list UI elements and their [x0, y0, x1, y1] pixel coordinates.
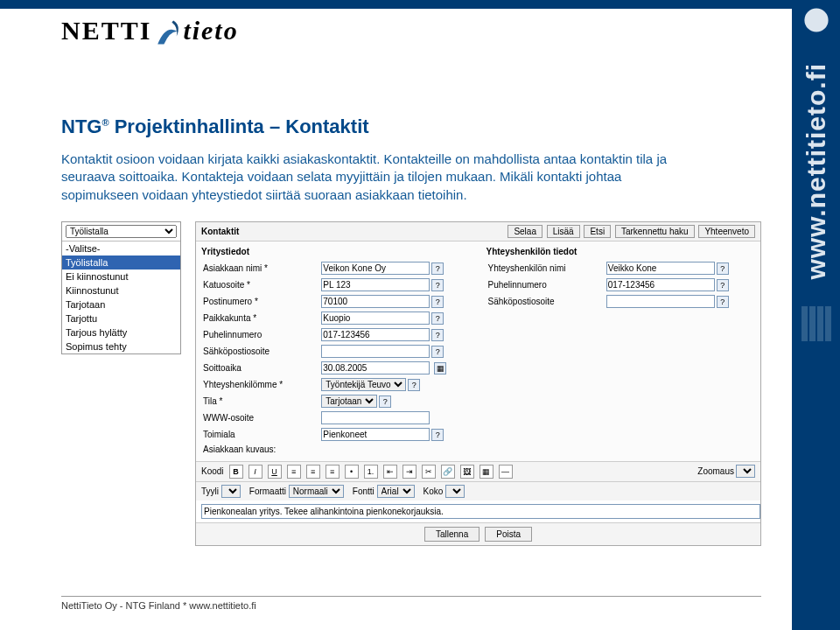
search-button[interactable]: Etsi — [584, 225, 611, 238]
label-soittoaika: Soittoaika — [201, 360, 319, 376]
tyyli-select[interactable] — [221, 485, 241, 498]
label-www: WWW-osoite — [201, 410, 319, 426]
editor-toolbar-1: Koodi B I U ≡ ≡ ≡ • 1. ⇤ ⇥ ✂ 🔗 🖼 ▦ — Z — [196, 461, 760, 481]
status-option[interactable]: Tarjous hylätty — [62, 326, 180, 340]
asiakas-input[interactable] — [321, 262, 430, 275]
help-icon[interactable]: ? — [717, 262, 729, 275]
www-input[interactable] — [321, 411, 430, 424]
status-option[interactable]: Tarjotaan — [62, 298, 180, 312]
image-icon[interactable]: 🖼 — [460, 465, 474, 479]
yh-puhelin-input[interactable] — [606, 278, 715, 291]
help-icon[interactable]: ? — [717, 279, 729, 291]
editor-toolbar-2: Tyyli Formaatti Normaali Fontti Arial Ko… — [196, 481, 760, 500]
bold-icon[interactable]: B — [229, 465, 243, 479]
kuvaus-editor[interactable] — [201, 504, 760, 519]
status-select[interactable]: Työlistalla — [66, 225, 177, 238]
save-button[interactable]: Tallenna — [424, 527, 480, 542]
help-icon[interactable]: ? — [431, 262, 444, 275]
browse-button[interactable]: Selaa — [508, 225, 542, 238]
add-button[interactable]: Lisää — [547, 225, 580, 238]
fontti-select[interactable]: Arial — [377, 485, 415, 498]
status-option[interactable]: Sopimus tehty — [62, 340, 180, 354]
paikkakunta-input[interactable] — [321, 312, 430, 325]
label-katuosoite: Katuosoite * — [201, 276, 319, 293]
label-sahkoposti: Sähköpostiosoite — [201, 343, 319, 360]
help-icon[interactable]: ? — [431, 312, 444, 325]
tyyli-label: Tyyli — [201, 486, 219, 496]
status-option[interactable]: Tarjottu — [62, 312, 180, 326]
help-icon[interactable]: ? — [408, 379, 420, 391]
tila-select[interactable]: Tarjotaan — [321, 395, 377, 408]
datepicker-icon[interactable]: ▦ — [434, 362, 446, 374]
yh-nimi-input[interactable] — [606, 262, 715, 275]
yhteyshenk-omme-select[interactable]: Työntekijä Teuvo — [321, 378, 406, 391]
align-left-icon[interactable]: ≡ — [287, 465, 301, 479]
svg-point-0 — [804, 8, 828, 32]
koodi-label: Koodi — [201, 466, 224, 476]
formaatti-select[interactable]: Normaali — [289, 485, 344, 498]
puhelin-input[interactable] — [321, 328, 430, 341]
koko-select[interactable] — [445, 485, 465, 498]
postinro-input[interactable] — [321, 295, 430, 308]
ul-icon[interactable]: • — [345, 465, 359, 479]
status-listbox[interactable]: Työlistalla -Valitse- Työlistalla Ei kii… — [61, 221, 181, 354]
help-icon[interactable]: ? — [431, 346, 444, 358]
cut-icon[interactable]: ✂ — [422, 465, 436, 479]
sahkoposti-input[interactable] — [321, 345, 430, 358]
label-yh-nimi: Yhteyshenkilön nimi — [486, 260, 605, 276]
logo-swoosh-icon — [151, 18, 183, 49]
align-right-icon[interactable]: ≡ — [326, 465, 340, 479]
contact-section-title: Yhteyshenkilön tiedot — [486, 247, 756, 256]
status-option[interactable]: Työlistalla — [62, 256, 180, 270]
toimiala-input[interactable] — [321, 428, 430, 441]
advanced-search-button[interactable]: Tarkennettu haku — [615, 225, 695, 238]
label-yhteyshenk-omme: Yhteyshenkilömme * — [201, 376, 319, 393]
outdent-icon[interactable]: ⇤ — [383, 465, 397, 479]
fontti-label: Fontti — [353, 486, 374, 496]
label-yh-sahkoposti: Sähköpostiosoite — [486, 293, 605, 310]
delete-button[interactable]: Poista — [485, 527, 532, 542]
top-accent-bar — [0, 0, 792, 9]
logo-text-1: NETTI — [61, 16, 151, 45]
kontaktit-panel: Kontaktit Selaa Lisää Etsi Tarkennettu h… — [195, 221, 761, 546]
brand-url-vertical: www.nettitieto.fi — [802, 63, 831, 280]
intro-paragraph: Kontaktit osioon voidaan kirjata kaikki … — [61, 150, 691, 204]
summary-button[interactable]: Yhteenveto — [698, 225, 755, 238]
right-brand-bar: www.nettitieto.fi — [792, 0, 840, 630]
zoom-label: Zoomaus — [697, 466, 734, 476]
help-icon[interactable]: ? — [717, 296, 729, 308]
hr-icon[interactable]: — — [499, 465, 513, 479]
help-icon[interactable]: ? — [431, 429, 444, 441]
label-asiakas: Asiakkaan nimi * — [201, 260, 319, 276]
brand-stripes-icon — [802, 306, 831, 341]
katuosoite-input[interactable] — [321, 278, 430, 291]
soittoaika-input[interactable] — [321, 361, 430, 374]
status-option[interactable]: Kiinnostunut — [62, 284, 180, 298]
underline-icon[interactable]: U — [268, 465, 282, 479]
title-prefix: NTG — [61, 116, 102, 137]
title-suffix: Projektinhallinta – Kontaktit — [109, 116, 369, 137]
align-center-icon[interactable]: ≡ — [306, 465, 320, 479]
help-icon[interactable]: ? — [431, 296, 444, 308]
table-icon[interactable]: ▦ — [480, 465, 494, 479]
logo-text-2: tieto — [183, 16, 238, 45]
status-option[interactable]: -Valitse- — [62, 242, 180, 256]
label-paikkakunta: Paikkakunta * — [201, 310, 319, 326]
label-postinro: Postinumero * — [201, 293, 319, 310]
help-icon[interactable]: ? — [431, 329, 444, 341]
brand-dot-icon — [802, 5, 831, 35]
italic-icon[interactable]: I — [248, 465, 262, 479]
help-icon[interactable]: ? — [379, 396, 391, 408]
yh-sahkoposti-input[interactable] — [606, 295, 715, 308]
formaatti-label: Formaatti — [249, 486, 286, 496]
link-icon[interactable]: 🔗 — [441, 465, 455, 479]
page-footer: NettiTieto Oy - NTG Finland * www.nettit… — [61, 596, 761, 611]
koko-label: Koko — [424, 486, 444, 496]
status-option[interactable]: Ei kiinnostunut — [62, 270, 180, 284]
ol-icon[interactable]: 1. — [364, 465, 378, 479]
label-yh-puhelin: Puhelinnumero — [486, 276, 605, 293]
zoom-select[interactable] — [736, 465, 755, 478]
indent-icon[interactable]: ⇥ — [402, 465, 416, 479]
label-toimiala: Toimiala — [201, 426, 319, 443]
help-icon[interactable]: ? — [431, 279, 444, 291]
